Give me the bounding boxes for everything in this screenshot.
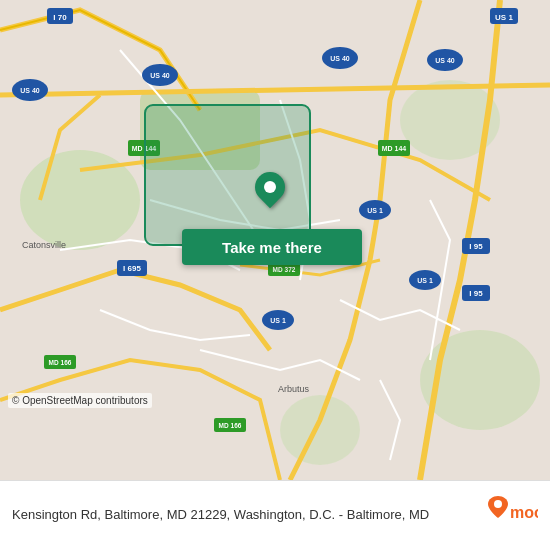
svg-point-5 <box>280 395 360 465</box>
svg-text:I 70: I 70 <box>53 13 67 22</box>
location-pin <box>255 172 285 202</box>
svg-text:US 1: US 1 <box>270 317 286 324</box>
info-bar: Kensington Rd, Baltimore, MD 21229, Wash… <box>0 480 550 550</box>
svg-text:US 40: US 40 <box>330 55 350 62</box>
svg-text:MD 144: MD 144 <box>382 145 407 152</box>
svg-text:US 40: US 40 <box>150 72 170 79</box>
svg-text:MD 166: MD 166 <box>219 422 242 429</box>
osm-attribution: © OpenStreetMap contributors <box>8 393 152 408</box>
svg-text:I 695: I 695 <box>123 264 141 273</box>
svg-text:Arbutus: Arbutus <box>278 384 310 394</box>
svg-text:I 95: I 95 <box>469 289 483 298</box>
pin-inner <box>264 181 276 193</box>
svg-text:US 1: US 1 <box>495 13 513 22</box>
map-container: I 70 US 1 US 40 US 40 US 40 US 40 MD 144… <box>0 0 550 480</box>
address-text: Kensington Rd, Baltimore, MD 21229, Wash… <box>12 506 468 524</box>
svg-text:I 95: I 95 <box>469 242 483 251</box>
svg-point-44 <box>494 500 502 508</box>
svg-text:US 1: US 1 <box>417 277 433 284</box>
svg-text:US 1: US 1 <box>367 207 383 214</box>
svg-text:MD 166: MD 166 <box>49 359 72 366</box>
svg-text:US 40: US 40 <box>20 87 40 94</box>
svg-text:MD 372: MD 372 <box>273 266 296 273</box>
svg-text:Catonsville: Catonsville <box>22 240 66 250</box>
svg-text:US 40: US 40 <box>435 57 455 64</box>
pin-marker <box>249 166 291 208</box>
moovit-icon: moovit <box>478 496 538 536</box>
osm-attribution-text: © OpenStreetMap contributors <box>12 395 148 406</box>
svg-rect-42 <box>145 105 310 245</box>
take-me-there-button[interactable]: Take me there <box>182 229 362 265</box>
svg-text:moovit: moovit <box>510 504 538 521</box>
moovit-logo[interactable]: moovit <box>468 496 538 536</box>
